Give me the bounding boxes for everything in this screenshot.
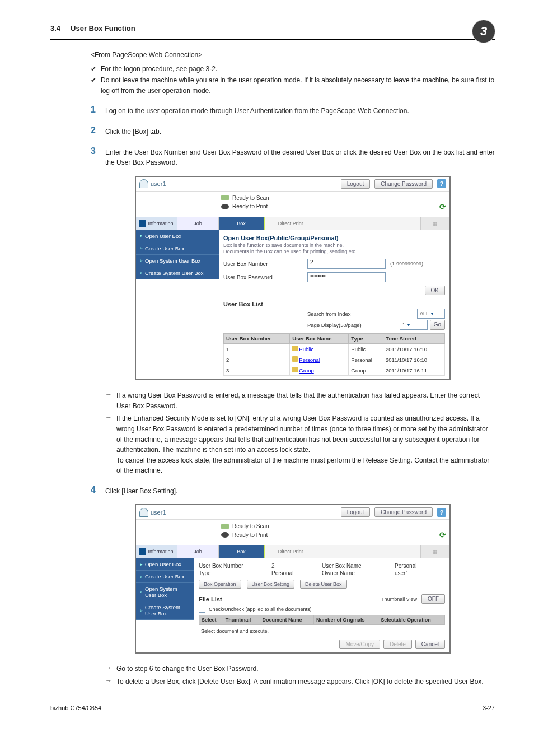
ok-button[interactable]: OK xyxy=(425,286,445,295)
username-label: user1 xyxy=(151,180,166,187)
box-link[interactable]: Public xyxy=(299,346,313,352)
tab-box[interactable]: Box xyxy=(219,217,264,230)
th-number: User Box Number xyxy=(224,334,290,344)
fh-select: Select xyxy=(199,615,223,625)
file-list-header: Select Thumbnail Document Name Number of… xyxy=(199,615,445,625)
step-number-1: 1 xyxy=(91,105,105,115)
box-link[interactable]: Personal xyxy=(299,357,320,363)
refresh-icon[interactable]: ⟳ xyxy=(439,202,446,211)
side-create-system-user-box[interactable]: ▹Create System User Box xyxy=(136,601,194,620)
check-icon: ✔ xyxy=(91,64,101,74)
step-number-4: 4 xyxy=(91,485,105,495)
tab-information[interactable]: Information xyxy=(136,545,177,558)
th-type: Type xyxy=(349,334,383,344)
user-box-number-input[interactable]: 2 xyxy=(307,259,386,269)
fh-originals: Number of Originals xyxy=(314,615,378,625)
step3-arrow-1: If a wrong User Box Password is entered,… xyxy=(116,390,495,411)
type-value: Personal xyxy=(271,570,322,576)
tab-box[interactable]: Box xyxy=(219,545,264,558)
side-open-system-user-box[interactable]: ▹Open System User Box xyxy=(136,255,219,267)
user-box-number-hint: (1-999999999) xyxy=(390,261,423,267)
scanner-status-icon xyxy=(221,195,229,200)
search-index-select[interactable]: ALL▾ xyxy=(417,309,445,319)
intro-bullet-1: For the logon procedure, see page 3-2. xyxy=(101,64,495,74)
side-create-user-box[interactable]: ▹Create User Box xyxy=(136,571,194,583)
tab-end-icon: ▦ xyxy=(421,545,449,558)
tab-information[interactable]: Information xyxy=(136,217,177,230)
help-icon[interactable]: ? xyxy=(437,179,446,188)
delete-user-box-button[interactable]: Delete User Box xyxy=(300,580,347,589)
check-all-checkbox[interactable] xyxy=(199,606,205,613)
step-number-3: 3 xyxy=(91,146,105,156)
user-box-list-table: User Box Number User Box Name Type Time … xyxy=(223,333,445,376)
ready-print: Ready to Print xyxy=(232,532,268,538)
check-all-label: Check/Uncheck (applied to all the docume… xyxy=(209,606,312,612)
user-box-password-label: User Box Password xyxy=(223,274,307,281)
go-button[interactable]: Go xyxy=(430,320,445,330)
box-link[interactable]: Group xyxy=(299,367,313,374)
logout-button[interactable]: Logout xyxy=(341,179,371,189)
page-footer: bizhub C754/C654 3-27 xyxy=(50,701,495,711)
side-open-user-box[interactable]: ▸Open User Box xyxy=(136,230,219,242)
fh-operation: Selectable Operation xyxy=(378,615,445,625)
logout-button[interactable]: Logout xyxy=(341,507,371,517)
owner-label: Owner Name xyxy=(322,570,395,576)
user-box-password-input[interactable]: •••••••• xyxy=(307,272,386,282)
check-icon: ✔ xyxy=(91,75,101,86)
step-text-4: Click [User Box Setting]. xyxy=(105,485,495,497)
exec-note: Select document and execute. xyxy=(201,628,445,634)
screenshot-1: user1 Logout Change Password ? Ready to … xyxy=(135,176,451,380)
tab-job[interactable]: Job xyxy=(177,217,219,230)
box-icon xyxy=(292,346,298,351)
step3-arrow-2b: To cancel the access lock state, the adm… xyxy=(116,456,489,475)
step-text-2: Click the [Box] tab. xyxy=(105,125,495,137)
file-list-title: File List xyxy=(199,596,222,603)
side-create-user-box[interactable]: ▹Create User Box xyxy=(136,242,219,255)
screenshot-2: user1 Logout Change Password ? Ready to … xyxy=(135,504,451,654)
chapter-badge: 3 xyxy=(472,20,495,43)
change-password-button[interactable]: Change Password xyxy=(374,507,433,517)
ready-print: Ready to Print xyxy=(232,203,268,209)
footer-left: bizhub C754/C654 xyxy=(50,704,101,711)
from-line: <From PageScope Web Connection> xyxy=(91,50,495,60)
step3-arrow-2: If the Enhanced Security Mode is set to … xyxy=(116,414,488,454)
step4-arrow-1: Go to step 6 to change the User Box Pass… xyxy=(116,664,495,674)
arrow-icon: → xyxy=(105,413,116,421)
tab-direct-print[interactable]: Direct Print xyxy=(264,217,316,230)
info-icon xyxy=(139,548,146,555)
side-open-user-box[interactable]: ▸Open User Box xyxy=(136,558,194,571)
user-box-setting-button[interactable]: User Box Setting xyxy=(247,580,295,589)
table-row: 2 Personal Personal 2011/10/17 16:10 xyxy=(224,354,445,365)
fh-thumb: Thumbnail xyxy=(223,615,260,625)
section-title: User Box Function xyxy=(71,24,135,32)
box-operation-button[interactable]: Box Operation xyxy=(199,580,241,589)
tab-direct-print[interactable]: Direct Print xyxy=(264,545,316,558)
footer-right: 3-27 xyxy=(483,704,495,711)
step4-arrow-2: To delete a User Box, click [Delete User… xyxy=(116,676,495,687)
refresh-icon[interactable]: ⟳ xyxy=(439,530,446,539)
side-open-system-user-box[interactable]: ▹Open System User Box xyxy=(136,583,194,601)
page-select[interactable]: 1▾ xyxy=(400,320,428,330)
tab-end-icon: ▦ xyxy=(421,217,449,230)
tab-job[interactable]: Job xyxy=(177,545,219,558)
th-time: Time Stored xyxy=(383,334,444,344)
owner-value: user1 xyxy=(395,570,445,576)
ub-number-value: 2 xyxy=(271,563,322,569)
cancel-button[interactable]: Cancel xyxy=(415,640,445,649)
open-user-box-desc-2: Documents in the Box can be used for pri… xyxy=(223,249,445,255)
page-display-label: Page Display(50/page) xyxy=(307,322,362,328)
delete-button[interactable]: Delete xyxy=(383,640,412,649)
thumbnail-off-button[interactable]: OFF xyxy=(421,594,445,604)
user-box-number-label: User Box Number xyxy=(223,261,307,267)
side-create-system-user-box[interactable]: ▹Create System User Box xyxy=(136,267,219,279)
move-copy-button[interactable]: Move/Copy xyxy=(339,640,380,649)
user-box-list-title: User Box List xyxy=(223,301,445,307)
change-password-button[interactable]: Change Password xyxy=(374,179,433,189)
box-icon xyxy=(292,367,298,372)
step-number-2: 2 xyxy=(91,125,105,136)
ready-scan: Ready to Scan xyxy=(232,523,269,529)
intro-bullet-2: Do not leave the machine while you are i… xyxy=(101,75,495,96)
info-icon xyxy=(139,220,146,227)
open-user-box-heading: Open User Box(Public/Group/Personal) xyxy=(223,235,445,241)
help-icon[interactable]: ? xyxy=(437,508,446,517)
